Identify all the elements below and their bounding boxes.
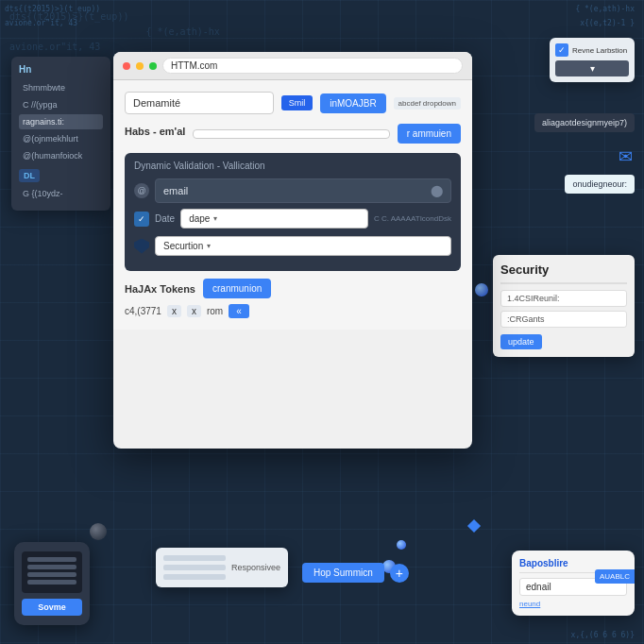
diamond-icon-2 (467, 519, 481, 533)
mobile-link[interactable]: neund (519, 600, 627, 608)
key-icon: ⬤ (431, 184, 443, 197)
sphere-dark (90, 523, 107, 540)
token-arrow-button[interactable]: « (229, 304, 249, 318)
corner-code-tr: { *(e,ath)-hx (575, 5, 635, 13)
sidebar-item-4[interactable]: @(ojnmekhlurt (19, 131, 103, 146)
email-row: @ email ⬤ (134, 178, 451, 203)
left-panel-title: Hn (19, 64, 103, 75)
form-row-has: Habs - em'al r ammuien (125, 124, 461, 144)
phone-line-2 (27, 565, 76, 569)
token-from: rom (207, 306, 223, 316)
corner-code-tl2: avione.or"it, 43 (5, 19, 77, 27)
date-extra: C C. AAAAATIcondDsk (374, 214, 451, 223)
dynamic-title: Dynamic Validation - Vallication (134, 161, 451, 171)
section-input[interactable]: Securtion ▾ (155, 236, 451, 256)
phone-line-3 (27, 572, 76, 577)
main-browser-window: HTTM.com Demamité Smil inMOAJBR abcdef d… (113, 52, 472, 449)
sphere-blue-2 (397, 540, 406, 550)
date-check-icon: ✓ (134, 212, 149, 227)
security-title: Security (500, 263, 627, 277)
has-button[interactable]: r ammuien (398, 124, 461, 144)
sidebar-item-6[interactable]: G {(10ydz- (19, 186, 103, 201)
smil-button[interactable]: Smil (281, 95, 314, 110)
date-input[interactable]: dape ▾ (180, 209, 368, 229)
security-field-1: 1.4CSIReunil: (500, 290, 627, 307)
email-icon: @ (134, 183, 149, 198)
security-update-button[interactable]: update (500, 334, 542, 349)
token-x1: x (167, 305, 181, 317)
left-sidebar-panel: Hn Shmmbwte C //(ypga ragnains.ti: @(ojn… (11, 57, 110, 211)
phone-panel: Sovme (14, 542, 90, 625)
corner-code-br: x,{,(6 6 6 6)} (571, 631, 635, 639)
token-row: c4,(3771 x x rom « (125, 304, 461, 318)
right-mid-label: aliagaotdesignmyeip7) (542, 118, 627, 127)
token-x2: x (187, 305, 201, 317)
right-mid-panel: aliagaotdesignmyeip7) (534, 113, 635, 132)
url-bar[interactable]: HTTM.com (162, 58, 463, 74)
hop-summicn-button[interactable]: Hop Summicn (302, 563, 384, 583)
has-label: Habs - em'al (125, 126, 185, 137)
resp-line-3 (163, 574, 226, 580)
resp-line-1 (163, 555, 226, 561)
token-value: c4,(3771 (125, 306, 161, 316)
security-panel: Security 1.4CSIReunil: :CRGants update (493, 255, 635, 357)
dropdown-button[interactable]: ▾ (555, 60, 629, 76)
maximize-dot[interactable] (149, 62, 157, 70)
right-email-panel: onudiegneour: (565, 175, 635, 194)
ajax-section: HaJAx Tokens cranmunion c4,(3771 x x rom… (125, 279, 461, 318)
sphere-blue-3 (475, 283, 488, 297)
name-input[interactable]: Demamité (125, 92, 274, 114)
phone-line-1 (27, 557, 76, 562)
inmoajbr-button[interactable]: inMOAJBR (320, 93, 385, 113)
checkbox-icon[interactable]: ✓ (555, 43, 568, 57)
sidebar-item-2[interactable]: C //(ypga (19, 97, 103, 112)
responsive-lines (163, 555, 226, 580)
phone-screen (22, 551, 82, 593)
right-top-panel: ✓ Revne Larbstion ▾ (550, 38, 635, 82)
mobile-badge: AUABLC (595, 569, 635, 584)
chevron-down-icon: ▾ (213, 214, 217, 223)
sidebar-item-5[interactable]: @(humanfoiock (19, 148, 103, 163)
security-field-2: :CRGants (500, 311, 627, 328)
sidebar-item-1[interactable]: Shmmbwte (19, 80, 103, 95)
has-input[interactable] (193, 129, 389, 139)
plus-button[interactable]: + (390, 564, 409, 583)
shield-icon (134, 239, 149, 254)
phone-line-4 (27, 580, 76, 585)
dynamic-validation-section: Dynamic Validation - Vallication @ email… (125, 153, 461, 271)
security-divider (500, 282, 627, 284)
date-row: ✓ Date dape ▾ C C. AAAAATIcondDsk (134, 209, 451, 229)
right-top-label: Revne Larbstion (572, 46, 627, 55)
responsive-label: Responsivee (231, 563, 280, 572)
close-dot[interactable] (123, 62, 130, 70)
section-row: Securtion ▾ (134, 236, 451, 256)
form-row-1: Demamité Smil inMOAJBR abcdef dropdown (125, 92, 461, 114)
mobile-panel: Baposblire neund AUABLC (512, 551, 635, 616)
browser-content: Demamité Smil inMOAJBR abcdef dropdown H… (113, 80, 472, 330)
responsive-panel: Responsivee (156, 548, 288, 587)
envelope-icon: ✉ (619, 146, 633, 167)
dl-badge: DL (19, 169, 40, 182)
right-email-label: onudiegneour: (572, 179, 627, 189)
resp-line-2 (163, 565, 226, 570)
minimize-dot[interactable] (136, 62, 144, 70)
email-input[interactable]: email ⬤ (155, 178, 451, 203)
hop-button-row: Hop Summicn + (302, 563, 409, 583)
sidebar-item-3[interactable]: ragnains.ti: (19, 114, 103, 129)
extra-label: abcdef dropdown (394, 97, 461, 110)
cranmunion-button[interactable]: cranmunion (203, 279, 271, 298)
browser-bar: HTTM.com (113, 52, 472, 80)
mobile-panel-title: Baposblire (519, 558, 627, 568)
ajax-row: HaJAx Tokens cranmunion (125, 279, 461, 298)
save-button[interactable]: Sovme (22, 599, 82, 616)
date-label: Date (155, 213, 175, 224)
ajax-label: HaJAx Tokens (125, 283, 195, 295)
corner-code-tl: dts{(t2015)>}(t_eup)) (5, 5, 100, 13)
section-chevron-icon: ▾ (207, 242, 211, 250)
corner-code-tr2: x{(e,t2)-1 } (580, 19, 635, 27)
